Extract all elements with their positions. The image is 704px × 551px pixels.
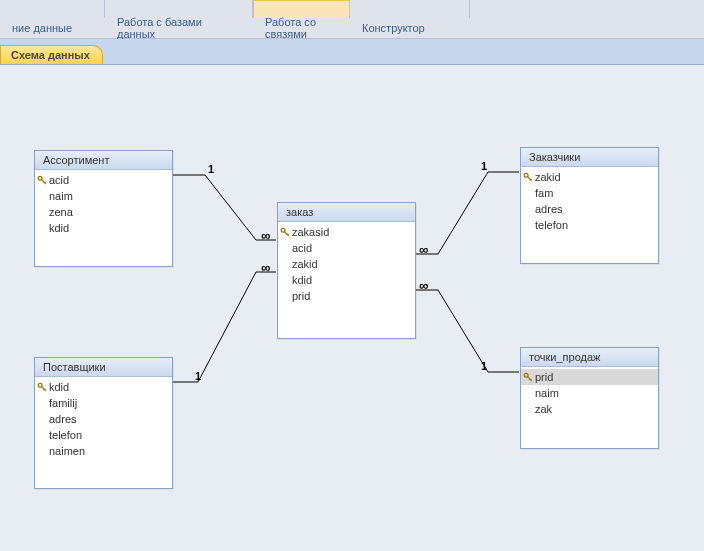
primary-key-icon xyxy=(37,382,47,392)
field-row[interactable]: kdid xyxy=(278,272,415,288)
cardinality-one: 1 xyxy=(480,160,488,172)
cardinality-one: 1 xyxy=(194,370,202,382)
field-row[interactable]: kdid xyxy=(35,220,172,236)
field-row[interactable]: prid xyxy=(278,288,415,304)
field-row[interactable]: zakasid xyxy=(278,224,415,240)
cardinality-many-icon: ∞ xyxy=(260,228,271,243)
field-row[interactable]: telefon xyxy=(521,217,658,233)
field-row[interactable]: prid xyxy=(521,369,658,385)
field-name: zakasid xyxy=(292,226,329,238)
field-name: fam xyxy=(535,187,553,199)
table-body: acidnaimzenakdid xyxy=(35,170,172,238)
primary-key-icon xyxy=(37,175,47,185)
document-tab-bar: Схема данных xyxy=(0,39,704,65)
field-name: acid xyxy=(49,174,69,186)
field-row[interactable]: zak xyxy=(521,401,658,417)
cardinality-one: 1 xyxy=(207,163,215,175)
cardinality-many-icon: ∞ xyxy=(260,260,271,275)
field-name: kdid xyxy=(292,274,312,286)
field-row[interactable]: zakid xyxy=(521,169,658,185)
table-title[interactable]: Ассортимент xyxy=(35,151,172,170)
field-name: telefon xyxy=(49,429,82,441)
field-name: zakid xyxy=(535,171,561,183)
field-name: adres xyxy=(535,203,563,215)
ribbon-tab-label[interactable]: Работа с базами данных xyxy=(105,16,253,40)
primary-key-icon xyxy=(280,227,290,237)
field-row[interactable]: zakid xyxy=(278,256,415,272)
field-name: prid xyxy=(292,290,310,302)
table-body: zakidfamadrestelefon xyxy=(521,167,658,235)
field-row[interactable]: telefon xyxy=(35,427,172,443)
ribbon-group xyxy=(0,0,105,18)
field-name: telefon xyxy=(535,219,568,231)
field-name: naimen xyxy=(49,445,85,457)
field-row[interactable]: adres xyxy=(521,201,658,217)
document-tab[interactable]: Схема данных xyxy=(0,45,103,64)
field-name: kdid xyxy=(49,222,69,234)
field-row[interactable]: kdid xyxy=(35,379,172,395)
field-name: zakid xyxy=(292,258,318,270)
cardinality-many-icon: ∞ xyxy=(418,242,429,257)
table-zakaz[interactable]: заказzakasidacidzakidkdidprid xyxy=(277,202,416,339)
table-title[interactable]: Поставщики xyxy=(35,358,172,377)
field-row[interactable]: familij xyxy=(35,395,172,411)
field-row[interactable]: acid xyxy=(278,240,415,256)
table-postav[interactable]: Поставщикиkdidfamilijadrestelefonnaimen xyxy=(34,357,173,489)
field-row[interactable]: adres xyxy=(35,411,172,427)
field-row[interactable]: naim xyxy=(35,188,172,204)
cardinality-one: 1 xyxy=(480,360,488,372)
table-title[interactable]: точки_продаж xyxy=(521,348,658,367)
field-name: kdid xyxy=(49,381,69,393)
primary-key-icon xyxy=(523,172,533,182)
table-tochki[interactable]: точки_продажpridnaimzak xyxy=(520,347,659,449)
field-row[interactable]: naim xyxy=(521,385,658,401)
table-body: zakasidacidzakidkdidprid xyxy=(278,222,415,306)
field-row[interactable]: naimen xyxy=(35,443,172,459)
field-name: familij xyxy=(49,397,77,409)
field-name: zak xyxy=(535,403,552,415)
field-name: zena xyxy=(49,206,73,218)
field-name: naim xyxy=(535,387,559,399)
table-body: pridnaimzak xyxy=(521,367,658,419)
field-name: acid xyxy=(292,242,312,254)
ribbon-tab-label[interactable]: Конструктор xyxy=(350,22,470,34)
ribbon-group xyxy=(350,0,470,18)
relationships-canvas[interactable]: 1 ∞ 1 ∞ 1 ∞ 1 ∞ Ассортиментacidnaimzenak… xyxy=(0,65,704,551)
table-zakazchiki[interactable]: Заказчикиzakidfamadrestelefon xyxy=(520,147,659,264)
ribbon: ние данныеРабота с базами данныхРабота с… xyxy=(0,0,704,39)
field-name: adres xyxy=(49,413,77,425)
field-name: prid xyxy=(535,371,553,383)
table-body: kdidfamilijadrestelefonnaimen xyxy=(35,377,172,461)
cardinality-many-icon: ∞ xyxy=(418,278,429,293)
table-title[interactable]: заказ xyxy=(278,203,415,222)
field-name: naim xyxy=(49,190,73,202)
field-row[interactable]: zena xyxy=(35,204,172,220)
table-title[interactable]: Заказчики xyxy=(521,148,658,167)
primary-key-icon xyxy=(523,372,533,382)
ribbon-tab-label[interactable]: ние данные xyxy=(0,22,105,34)
ribbon-tab-label[interactable]: Работа со связями xyxy=(253,16,350,40)
field-row[interactable]: acid xyxy=(35,172,172,188)
field-row[interactable]: fam xyxy=(521,185,658,201)
table-assort[interactable]: Ассортиментacidnaimzenakdid xyxy=(34,150,173,267)
